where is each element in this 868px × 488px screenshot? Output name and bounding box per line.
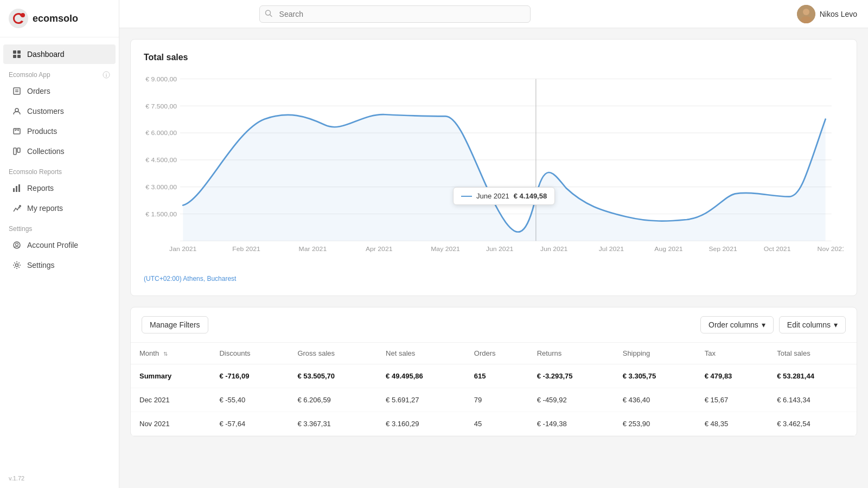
sidebar: ecomsolo Dashboard Ecomsolo App i Orders…	[0, 0, 119, 488]
svg-rect-13	[14, 148, 16, 155]
orders-label: Orders	[27, 87, 50, 95]
app-name: ecomsolo	[33, 13, 78, 24]
sidebar-item-reports[interactable]: Reports	[3, 178, 116, 198]
svg-text:i: i	[106, 73, 107, 78]
cell-returns: € -459,92	[528, 388, 614, 412]
cell-month: Summary	[131, 364, 210, 388]
sidebar-item-orders[interactable]: Orders	[3, 81, 116, 101]
sidebar-item-account-profile[interactable]: Account Profile	[3, 235, 116, 255]
cell-shipping: € 436,40	[614, 388, 696, 412]
svg-rect-14	[17, 148, 20, 152]
svg-text:Sep 2021: Sep 2021	[709, 246, 737, 253]
sidebar-item-dashboard[interactable]: Dashboard	[3, 44, 116, 64]
cell-total_sales: € 6.143,34	[768, 388, 857, 412]
section-label-app: Ecomsolo App i	[0, 65, 119, 81]
sidebar-item-collections[interactable]: Collections	[3, 142, 116, 161]
orders-icon	[12, 86, 22, 96]
version-label: v.1.72	[0, 468, 119, 488]
cell-total_sales: € 53.281,44	[768, 364, 857, 388]
edit-columns-button[interactable]: Edit columns ▾	[779, 316, 846, 333]
settings-icon	[12, 260, 22, 270]
svg-rect-4	[13, 55, 16, 58]
cell-returns: € -3.293,75	[528, 364, 614, 388]
user-profile[interactable]: Nikos Levo	[797, 5, 857, 23]
svg-text:€ 3.000,00: € 3.000,00	[145, 183, 177, 191]
manage-filters-button[interactable]: Manage Filters	[142, 316, 208, 333]
sidebar-item-products[interactable]: Products	[3, 121, 116, 141]
col-gross-sales: Gross sales	[289, 343, 377, 364]
svg-text:Jul 2021: Jul 2021	[599, 246, 624, 253]
account-icon	[12, 240, 22, 250]
svg-line-23	[270, 15, 272, 17]
cell-month: Dec 2021	[131, 388, 210, 412]
dashboard-icon	[12, 49, 22, 59]
cell-returns: € -149,38	[528, 412, 614, 436]
cell-total_sales: € 3.462,54	[768, 412, 857, 436]
settings-label: Settings	[27, 261, 55, 269]
svg-text:Jun 2021: Jun 2021	[540, 246, 568, 253]
products-label: Products	[27, 127, 57, 136]
cell-net_sales: € 3.160,29	[377, 412, 465, 436]
svg-text:Oct 2021: Oct 2021	[764, 246, 791, 253]
cell-gross_sales: € 6.206,59	[289, 388, 377, 412]
col-total-sales: Total sales	[768, 343, 857, 364]
chart-card: Total sales € 9.000,00 € 7.500,00 € 6.00…	[130, 39, 857, 296]
svg-rect-16	[16, 186, 17, 192]
chevron-down-icon-2: ▾	[834, 320, 838, 329]
svg-rect-3	[17, 50, 21, 54]
cell-tax: € 479,83	[696, 364, 768, 388]
table-row: Nov 2021€ -57,64€ 3.367,31€ 3.160,2945€ …	[131, 412, 857, 436]
chevron-down-icon: ▾	[762, 320, 765, 329]
sidebar-item-settings[interactable]: Settings	[3, 255, 116, 275]
cell-orders: 615	[465, 364, 528, 388]
chart-timezone: (UTC+02:00) Athens, Bucharest	[144, 275, 844, 282]
my-reports-label: My reports	[27, 204, 63, 213]
section-label-settings: Settings	[0, 219, 119, 235]
col-returns: Returns	[528, 343, 614, 364]
avatar	[797, 5, 815, 23]
main-area: Nikos Levo Total sales € 9.000,00	[119, 0, 868, 488]
svg-text:Jun 2021: Jun 2021	[486, 246, 514, 253]
customers-label: Customers	[27, 107, 64, 115]
customers-icon	[12, 106, 22, 116]
svg-text:Nov 2021: Nov 2021	[818, 246, 844, 253]
products-icon	[12, 126, 22, 136]
logo-area: ecomsolo	[0, 0, 119, 37]
chart-title: Total sales	[144, 53, 844, 62]
svg-point-20	[16, 243, 18, 246]
svg-text:Mar 2021: Mar 2021	[299, 246, 327, 253]
sidebar-item-my-reports[interactable]: My reports	[3, 198, 116, 218]
user-name: Nikos Levo	[820, 10, 857, 18]
order-columns-button[interactable]: Order columns ▾	[700, 316, 774, 333]
svg-point-25	[803, 9, 809, 15]
col-shipping: Shipping	[614, 343, 696, 364]
search-input[interactable]	[259, 5, 531, 23]
cell-orders: 45	[465, 412, 528, 436]
svg-text:€ 1.500,00: € 1.500,00	[145, 210, 177, 218]
reports-icon	[12, 183, 22, 193]
svg-point-1	[21, 13, 25, 17]
cell-net_sales: € 49.495,86	[377, 364, 465, 388]
table-head: Month ⇅ Discounts Gross sales Net sales …	[131, 343, 857, 364]
svg-text:€ 4.500,00: € 4.500,00	[145, 156, 177, 164]
cell-shipping: € 3.305,75	[614, 364, 696, 388]
svg-point-21	[16, 264, 18, 267]
table-row: Summary€ -716,09€ 53.505,70€ 49.495,8661…	[131, 364, 857, 388]
collections-label: Collections	[27, 147, 64, 156]
cell-gross_sales: € 53.505,70	[289, 364, 377, 388]
table-body: Summary€ -716,09€ 53.505,70€ 49.495,8661…	[131, 364, 857, 436]
svg-point-18	[19, 205, 21, 207]
svg-text:Feb 2021: Feb 2021	[232, 246, 260, 253]
cell-month: Nov 2021	[131, 412, 210, 436]
table-row: Dec 2021€ -55,40€ 6.206,59€ 5.691,2779€ …	[131, 388, 857, 412]
cell-discounts: € -55,40	[210, 388, 289, 412]
svg-rect-15	[13, 188, 15, 192]
reports-label: Reports	[27, 184, 54, 192]
collections-icon	[12, 146, 22, 156]
col-discounts: Discounts	[210, 343, 289, 364]
svg-rect-2	[13, 50, 16, 54]
sort-icon[interactable]: ⇅	[163, 351, 168, 357]
tooltip-line-icon	[461, 196, 472, 197]
sidebar-item-customers[interactable]: Customers	[3, 101, 116, 121]
chart-area: € 9.000,00 € 7.500,00 € 6.000,00 € 4.500…	[144, 73, 844, 268]
